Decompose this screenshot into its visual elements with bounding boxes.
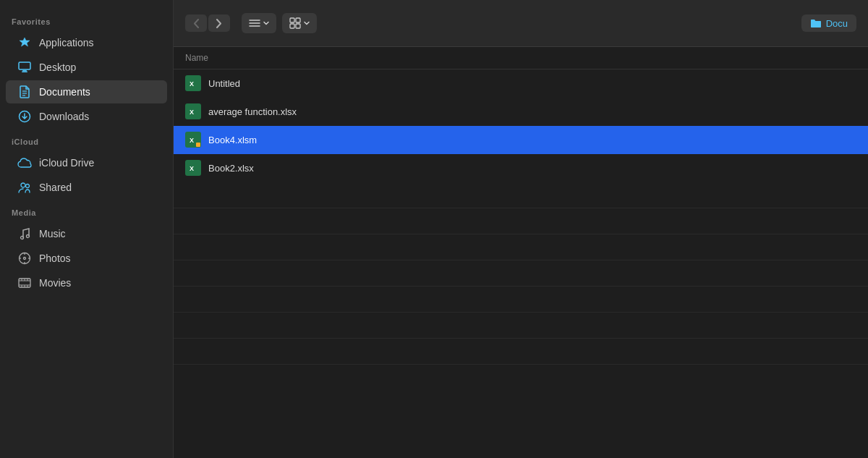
sidebar-item-downloads-label: Downloads [39, 111, 89, 122]
svg-point-9 [21, 237, 24, 239]
sidebar-item-icloud-drive-label: iCloud Drive [39, 157, 94, 169]
list-view-chevron-icon [263, 21, 269, 25]
sidebar-item-photos[interactable]: Photos [6, 247, 167, 270]
main-content: Docu Name X Untitled X average function.… [174, 0, 868, 458]
grid-view-button[interactable] [282, 13, 317, 33]
svg-text:X: X [190, 165, 194, 172]
file-row-untitled[interactable]: X Untitled [174, 69, 868, 98]
sidebar-item-documents[interactable]: Documents [6, 80, 167, 103]
media-section-label: Media [0, 200, 173, 221]
breadcrumb-folder-icon [810, 17, 822, 29]
svg-point-8 [26, 185, 30, 188]
downloads-icon [17, 109, 32, 124]
breadcrumb: Docu [801, 14, 856, 32]
list-view-icon [249, 19, 260, 27]
book4-file-icon: X [185, 132, 201, 148]
svg-rect-30 [296, 18, 300, 22]
svg-point-7 [21, 183, 25, 187]
file-row-book4[interactable]: X Book4.xlsm [174, 126, 868, 154]
favorites-section-label: Favorites [0, 9, 173, 30]
sidebar-item-music[interactable]: Music [6, 222, 167, 245]
icloud-icon [17, 156, 32, 170]
sidebar-item-movies-label: Movies [39, 277, 71, 289]
svg-rect-29 [290, 18, 294, 22]
sidebar-item-shared[interactable]: Shared [6, 176, 167, 199]
empty-row-7 [174, 339, 868, 365]
sidebar-item-shared-label: Shared [39, 182, 72, 193]
svg-point-12 [24, 258, 26, 260]
file-row-book2[interactable]: X Book2.xlsx [174, 154, 868, 182]
grid-view-chevron-icon [304, 21, 310, 25]
svg-rect-32 [296, 24, 300, 28]
sidebar-item-desktop[interactable]: Desktop [6, 56, 167, 79]
empty-row-3 [174, 234, 868, 260]
file-row-average-function[interactable]: X average function.xlsx [174, 98, 868, 126]
photos-icon [17, 251, 32, 266]
svg-rect-2 [22, 72, 27, 73]
sidebar: Favorites Applications Desktop [0, 0, 174, 458]
back-button[interactable] [185, 14, 207, 32]
sidebar-item-icloud-drive[interactable]: iCloud Drive [6, 151, 167, 174]
book2-file-icon: X [185, 160, 201, 176]
sidebar-item-applications-label: Applications [39, 37, 94, 48]
svg-text:X: X [190, 80, 194, 88]
nav-group [185, 14, 230, 32]
file-list: X Untitled X average function.xlsx X Boo… [174, 69, 868, 458]
average-function-file-icon: X [185, 103, 201, 119]
documents-icon [17, 85, 32, 99]
empty-row-5 [174, 287, 868, 313]
sidebar-item-downloads[interactable]: Downloads [6, 105, 167, 128]
shared-icon [17, 180, 32, 195]
list-view-button[interactable] [242, 13, 276, 33]
svg-rect-1 [22, 70, 27, 72]
sidebar-item-applications[interactable]: Applications [6, 31, 167, 54]
empty-row-6 [174, 313, 868, 339]
svg-rect-0 [19, 62, 30, 69]
empty-row-1 [174, 182, 868, 208]
toolbar: Docu [174, 0, 868, 47]
file-list-header: Name [174, 47, 868, 69]
untitled-file-icon: X [185, 75, 201, 91]
forward-button[interactable] [208, 14, 230, 32]
movies-icon [17, 276, 32, 290]
svg-rect-31 [290, 24, 294, 28]
music-icon [17, 226, 32, 241]
svg-point-10 [27, 235, 30, 238]
icloud-section-label: iCloud [0, 129, 173, 150]
sidebar-item-music-label: Music [39, 228, 66, 239]
desktop-icon [17, 60, 32, 75]
empty-row-4 [174, 260, 868, 287]
average-function-file-name: average function.xlsx [208, 106, 297, 117]
breadcrumb-label: Docu [826, 18, 848, 29]
sidebar-item-documents-label: Documents [39, 86, 90, 98]
svg-text:X: X [190, 109, 194, 116]
grid-view-icon [289, 17, 301, 29]
empty-row-2 [174, 208, 868, 234]
sidebar-item-movies[interactable]: Movies [6, 271, 167, 294]
untitled-file-name: Untitled [208, 78, 240, 89]
applications-icon [17, 35, 32, 50]
sidebar-item-desktop-label: Desktop [39, 62, 76, 73]
book2-file-name: Book2.xlsx [208, 163, 254, 174]
book4-file-name: Book4.xlsm [208, 135, 257, 145]
svg-text:X: X [190, 137, 194, 144]
column-name-label: Name [185, 53, 208, 63]
sidebar-item-photos-label: Photos [39, 253, 71, 264]
